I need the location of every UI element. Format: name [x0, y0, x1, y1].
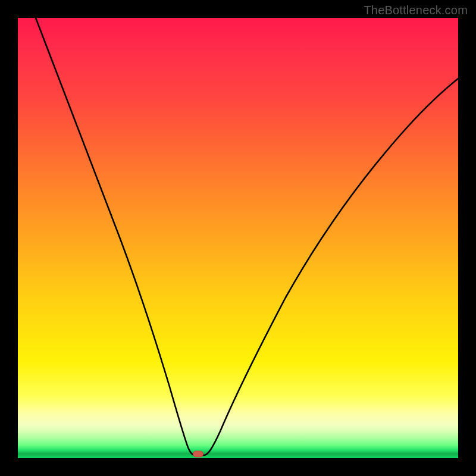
bottleneck-curve — [36, 18, 458, 455]
curve-layer — [18, 18, 458, 458]
optimal-point-marker — [193, 450, 203, 457]
chart-frame: TheBottleneck.com — [0, 0, 476, 476]
watermark-text: TheBottleneck.com — [364, 4, 468, 17]
plot-area — [18, 18, 458, 458]
